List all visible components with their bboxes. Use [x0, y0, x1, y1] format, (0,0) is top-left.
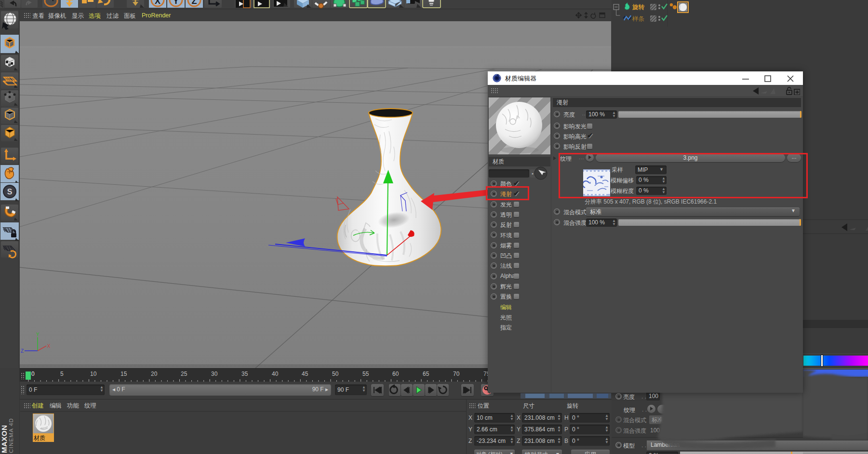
svg-text:S: S — [7, 188, 13, 196]
svg-text:Z: Z — [192, 0, 197, 6]
svg-text:Z: Z — [21, 348, 24, 354]
svg-text:Y: Y — [36, 332, 40, 337]
svg-text:X: X — [47, 344, 51, 349]
svg-text:旋转: 旋转 — [632, 4, 645, 11]
svg-text:X: X — [155, 0, 160, 6]
svg-text:样条: 样条 — [632, 15, 644, 22]
svg-text:Y: Y — [173, 0, 179, 6]
